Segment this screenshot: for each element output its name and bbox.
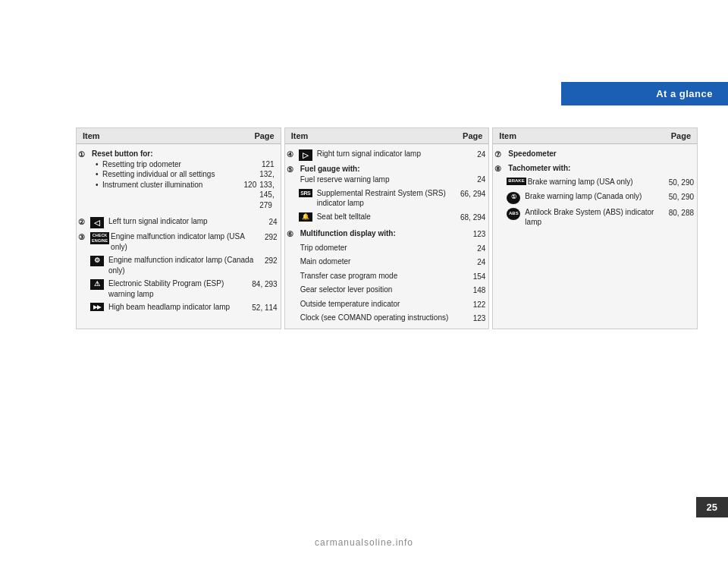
at-a-glance-banner: At a glance <box>561 82 728 105</box>
row-num: ④ <box>287 149 299 160</box>
seatbelt-icon: 🔔 <box>299 212 312 222</box>
right-arrow-icon: ▷ <box>299 149 312 161</box>
row-page: 52, 114 <box>252 302 277 313</box>
brake-canada-icon: ① <box>507 192 520 204</box>
table-row: ③ CHECKENGINE Engine malfunction indicat… <box>77 230 281 253</box>
table-row: Clock (see COMAND operating instructions… <box>285 311 489 326</box>
row-label: Multifunction display with: <box>300 229 396 237</box>
row-page: 68, 294 <box>460 212 485 223</box>
row-text: Right turn signal indicator lamp <box>315 149 463 159</box>
row-icon: BRAKE <box>507 177 526 185</box>
row-icon: ① <box>507 191 523 204</box>
row-num <box>78 278 90 279</box>
table-row: Outside temperature indicator 122 <box>285 297 489 312</box>
table-header-2: Item Page <box>285 128 489 144</box>
row-text: Transfer case program mode <box>299 271 463 282</box>
col-page-2: Page <box>463 131 482 140</box>
table-row: ▶▶ High beam headlamp indicator lamp 52,… <box>77 300 281 315</box>
row-text: Fuel gauge with: Fuel reserve warning la… <box>299 164 463 184</box>
row-text: Antilock Brake System (ABS) indicator la… <box>523 207 668 228</box>
row-icon: ◁ <box>90 216 107 228</box>
row-label: Fuel gauge with: <box>300 165 360 173</box>
col-page-3: Page <box>671 131 691 140</box>
table-header-3: Item Page <box>493 128 697 144</box>
row-icon: CHECKENGINE <box>90 231 109 244</box>
row-num: ⑦ <box>494 149 507 160</box>
col-item-2: Item <box>291 131 309 140</box>
row-page <box>671 149 694 149</box>
table-row: 🔔 Seat belt telltale 68, 294 <box>285 210 489 225</box>
row-text: Engine malfunction indicator lamp (Canad… <box>107 255 255 275</box>
row-icon: ⚙ <box>90 255 107 266</box>
row-page: 80, 288 <box>669 207 694 219</box>
table-row: Gear selector lever position 148 <box>285 283 489 297</box>
row-num: ⑧ <box>494 163 507 175</box>
row-page: 66, 294 <box>460 188 485 200</box>
row-num: ③ <box>78 231 90 243</box>
row-text: Reset button for: Resetting trip odomete… <box>90 149 278 210</box>
row-page: 24 <box>463 243 485 254</box>
row-text: Engine malfunction indicator lamp (USA o… <box>109 231 255 252</box>
row-text: Trip odometer <box>299 243 463 253</box>
table-header-1: Item Page <box>77 128 281 144</box>
row-label: Reset button for: <box>92 149 153 158</box>
check-engine-icon: CHECKENGINE <box>90 232 109 244</box>
table-row: ABS Antilock Brake System (ABS) indicato… <box>493 206 697 229</box>
row-icon: ▷ <box>299 149 315 161</box>
brake-icon: BRAKE <box>507 178 526 185</box>
table-panel-2: Item Page ④ ▷ Right turn signal indicato… <box>284 127 490 329</box>
row-text: Supplemental Restraint System (SRS) indi… <box>315 188 460 209</box>
table-row: ⑥ Multifunction display with: 123 <box>285 227 489 241</box>
bullet-list: Resetting trip odometer 121 Resetting in… <box>92 159 278 190</box>
list-item: Resetting trip odometer 121 <box>95 159 278 170</box>
table-panel-1: Item Page ① Reset button for: Resetting … <box>76 127 281 329</box>
table-row: ⚙ Engine malfunction indicator lamp (Can… <box>77 253 281 277</box>
row-num: ① <box>78 149 90 160</box>
row-text: Left turn signal indicator lamp <box>107 216 255 227</box>
col-item-3: Item <box>499 131 516 140</box>
row-icon: ⚠ <box>90 278 107 290</box>
row-text: Gear selector lever position <box>299 285 463 295</box>
row-num <box>287 212 299 212</box>
canada-engine-icon: ⚙ <box>90 256 104 266</box>
table-row: ④ ▷ Right turn signal indicator lamp 24 <box>285 147 489 162</box>
table-row: BRAKE Brake warning lamp (USA only) 50, … <box>493 175 697 190</box>
page-number: 25 <box>696 497 728 517</box>
row-text: High beam headlamp indicator lamp <box>107 302 252 313</box>
table-body-3: ⑦ Speedometer ⑧ Tachometer with: BRAKE <box>493 144 697 232</box>
row-icon: 🔔 <box>299 212 315 222</box>
row-page: 24 <box>463 149 485 160</box>
table-row: Trip odometer 24 <box>285 241 489 256</box>
row-icon: ABS <box>507 207 523 220</box>
row-text: Electronic Stability Program (ESP) warni… <box>107 278 252 299</box>
col-page-1: Page <box>254 131 274 140</box>
col-item-1: Item <box>83 131 100 140</box>
row-text: Brake warning lamp (USA only) <box>526 177 669 187</box>
row-num: ② <box>78 216 90 228</box>
srs-icon: SRS <box>299 189 312 197</box>
row-page: 24 <box>255 216 278 228</box>
row-page: 24 <box>463 164 485 185</box>
row-page: 84, 293 <box>252 278 277 290</box>
row-num <box>78 255 90 256</box>
table-row: ⑦ Speedometer <box>493 147 697 162</box>
table-row: SRS Supplemental Restraint System (SRS) … <box>285 187 489 210</box>
main-content: Item Page ① Reset button for: Resetting … <box>76 127 698 329</box>
row-label: Speedometer <box>508 149 556 158</box>
row-text: Main odometer <box>299 256 463 267</box>
row-page: 154 <box>463 271 485 282</box>
table-row: Transfer case program mode 154 <box>285 269 489 284</box>
row-label: Tachometer with: <box>508 164 570 172</box>
row-num: ⑤ <box>287 164 299 175</box>
table-row: ② ◁ Left turn signal indicator lamp 24 <box>77 215 281 230</box>
row-page: 123 <box>463 313 485 324</box>
table-panel-3: Item Page ⑦ Speedometer ⑧ Tachometer wit… <box>492 127 698 329</box>
row-icon: SRS <box>299 188 315 197</box>
table-row: ⑤ Fuel gauge with: Fuel reserve warning … <box>285 162 489 187</box>
table-row: ⚠ Electronic Stability Program (ESP) war… <box>77 277 281 300</box>
row-page: 122 <box>463 299 485 310</box>
row-text: Tachometer with: <box>507 163 671 174</box>
table-body-1: ① Reset button for: Resetting trip odome… <box>77 144 281 318</box>
row-text: Clock (see COMAND operating instructions… <box>299 313 463 323</box>
watermark: carmanualsoline.info <box>0 537 728 548</box>
